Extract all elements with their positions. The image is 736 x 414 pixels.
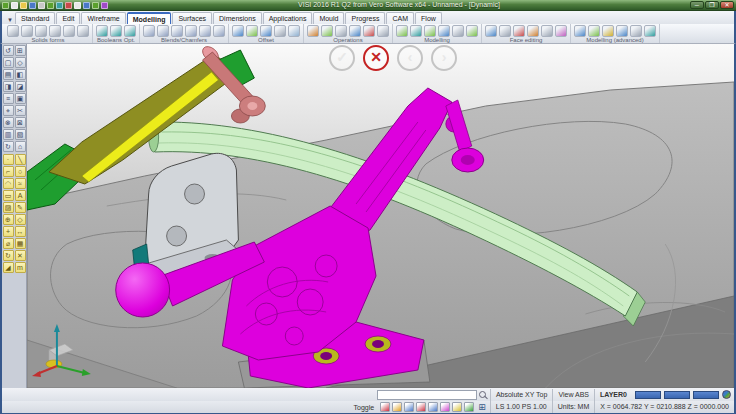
view-manager-icon[interactable] xyxy=(83,2,90,9)
offset-body-icon[interactable] xyxy=(232,25,244,37)
shell-solid-icon[interactable] xyxy=(246,25,258,37)
chamfer-icon[interactable] xyxy=(185,25,197,37)
home-view-icon[interactable]: ⌂ xyxy=(15,141,26,152)
tab-wireframe[interactable]: Wireframe xyxy=(81,12,125,24)
loft-feature-icon[interactable] xyxy=(438,25,450,37)
split-solid-icon[interactable] xyxy=(321,25,333,37)
cylinder-solid-icon[interactable] xyxy=(21,25,33,37)
delete-entity-icon[interactable]: ⊗ xyxy=(3,117,14,128)
wrap-geometry-icon[interactable] xyxy=(602,25,614,37)
confirm-button[interactable]: ✓ xyxy=(329,45,355,71)
search-input[interactable] xyxy=(377,390,477,400)
variable-blend-icon[interactable] xyxy=(157,25,169,37)
previous-button[interactable]: ‹ xyxy=(397,45,423,71)
restore-button[interactable]: ❐ xyxy=(705,1,719,9)
grid-snap-icon[interactable]: ⊞ xyxy=(478,402,486,412)
tab-standard[interactable]: Standard xyxy=(15,12,55,24)
attribute-toggle-icon[interactable] xyxy=(428,402,438,412)
cone-solid-icon[interactable] xyxy=(49,25,61,37)
hidden-line-icon[interactable]: ◪ xyxy=(15,81,26,92)
add-point-icon[interactable]: + xyxy=(3,226,14,237)
cylinder-toggle-icon[interactable] xyxy=(452,402,462,412)
open-file-icon[interactable] xyxy=(20,2,27,9)
profile-toggle-icon[interactable] xyxy=(416,402,426,412)
intersect-tool-icon[interactable]: ✕ xyxy=(15,250,26,261)
view-side-icon[interactable]: ▧ xyxy=(15,129,26,140)
app-logo-icon[interactable] xyxy=(2,2,9,9)
view-top-icon[interactable]: ▥ xyxy=(3,129,14,140)
snap-grid-toggle-icon[interactable] xyxy=(380,402,390,412)
undo-icon[interactable] xyxy=(47,2,54,9)
tab-dimensions[interactable]: Dimensions xyxy=(213,12,262,24)
layer-color-swatch[interactable] xyxy=(635,391,661,399)
sweep-feature-icon[interactable] xyxy=(424,25,436,37)
trim-solid-icon[interactable] xyxy=(307,25,319,37)
arc-tool-icon[interactable]: ◠ xyxy=(3,178,14,189)
offset-tool-icon[interactable]: ⊕ xyxy=(3,214,14,225)
tab-applications[interactable]: Applications xyxy=(263,12,313,24)
tab-cam[interactable]: CAM xyxy=(386,12,414,24)
layer-color-swatch[interactable] xyxy=(693,391,719,399)
render-toggle-icon[interactable] xyxy=(440,402,450,412)
sketch-tool-icon[interactable]: ✎ xyxy=(15,202,26,213)
cut-solid-icon[interactable] xyxy=(363,25,375,37)
refresh-toggle-icon[interactable] xyxy=(464,402,474,412)
stitch-faces-icon[interactable] xyxy=(335,25,347,37)
redo-icon[interactable] xyxy=(56,2,63,9)
measure-tool-icon[interactable]: m xyxy=(15,262,26,273)
world-icon[interactable] xyxy=(722,390,731,399)
boolean-intersect-icon[interactable] xyxy=(124,25,136,37)
constant-blend-icon[interactable] xyxy=(143,25,155,37)
tab-edit[interactable]: Edit xyxy=(56,12,80,24)
sphere-solid-icon[interactable] xyxy=(35,25,47,37)
active-layer-selector[interactable]: LAYER0 xyxy=(594,389,632,401)
circle-tool-icon[interactable]: ○ xyxy=(15,166,26,177)
search-icon[interactable] xyxy=(479,391,486,398)
hatch-tool-icon[interactable]: ▨ xyxy=(3,202,14,213)
boolean-union-icon[interactable] xyxy=(96,25,108,37)
rotate-tool-icon[interactable]: ↻ xyxy=(3,250,14,261)
revolve-feature-icon[interactable] xyxy=(410,25,422,37)
new-file-icon[interactable] xyxy=(11,2,18,9)
morph-body-icon[interactable] xyxy=(616,25,628,37)
hole-feature-icon[interactable] xyxy=(452,25,464,37)
pattern-feature-icon[interactable] xyxy=(377,25,389,37)
tab-mould[interactable]: Mould xyxy=(313,12,344,24)
delete-icon[interactable] xyxy=(65,2,72,9)
diameter-dim-icon[interactable]: ⌀ xyxy=(3,238,14,249)
next-button[interactable]: › xyxy=(431,45,457,71)
thicken-face-icon[interactable] xyxy=(260,25,272,37)
line-scale-indicator[interactable]: LS 1.00 PS 1.00 xyxy=(490,401,552,413)
grid-tool-icon[interactable]: ▦ xyxy=(15,238,26,249)
entity-select-icon[interactable]: ▣ xyxy=(15,93,26,104)
zoom-window-icon[interactable]: ⊞ xyxy=(15,45,26,56)
rectangle-tool-icon[interactable]: ▭ xyxy=(3,190,14,201)
mirror-tool-icon[interactable]: ↔ xyxy=(15,226,26,237)
direct-edit-icon[interactable] xyxy=(574,25,586,37)
spline-tool-icon[interactable]: ≈ xyxy=(15,178,26,189)
untrim-face-icon[interactable] xyxy=(541,25,553,37)
wireframe-toggle-icon[interactable]: ◨ xyxy=(3,81,14,92)
polyline-tool-icon[interactable]: ⌐ xyxy=(3,166,14,177)
blend-edit-icon[interactable] xyxy=(213,25,225,37)
trim-entity-icon[interactable]: ✂ xyxy=(15,105,26,116)
replace-face-icon[interactable] xyxy=(499,25,511,37)
polygon-tool-icon[interactable]: ◇ xyxy=(15,214,26,225)
help-icon[interactable] xyxy=(101,2,108,9)
layer-color-swatch[interactable] xyxy=(664,391,690,399)
repair-face-icon[interactable] xyxy=(555,25,567,37)
copy-icon[interactable] xyxy=(74,2,81,9)
view-abs-selector[interactable]: View ABS xyxy=(552,389,594,401)
extrude-feature-icon[interactable] xyxy=(396,25,408,37)
text-tool-icon[interactable]: A xyxy=(15,190,26,201)
cancel-button[interactable]: ✕ xyxy=(363,45,389,71)
slab-solid-icon[interactable] xyxy=(77,25,89,37)
delete-face-icon[interactable] xyxy=(513,25,525,37)
tab-progress[interactable]: Progress xyxy=(345,12,385,24)
draft-faces-icon[interactable] xyxy=(288,25,300,37)
sew-solid-icon[interactable] xyxy=(349,25,361,37)
tab-modelling[interactable]: Modelling xyxy=(127,12,172,24)
view-isometric-icon[interactable]: ◇ xyxy=(15,57,26,68)
regen-view-icon[interactable]: ↻ xyxy=(3,141,14,152)
zoom-extents-icon[interactable]: ▢ xyxy=(3,57,14,68)
